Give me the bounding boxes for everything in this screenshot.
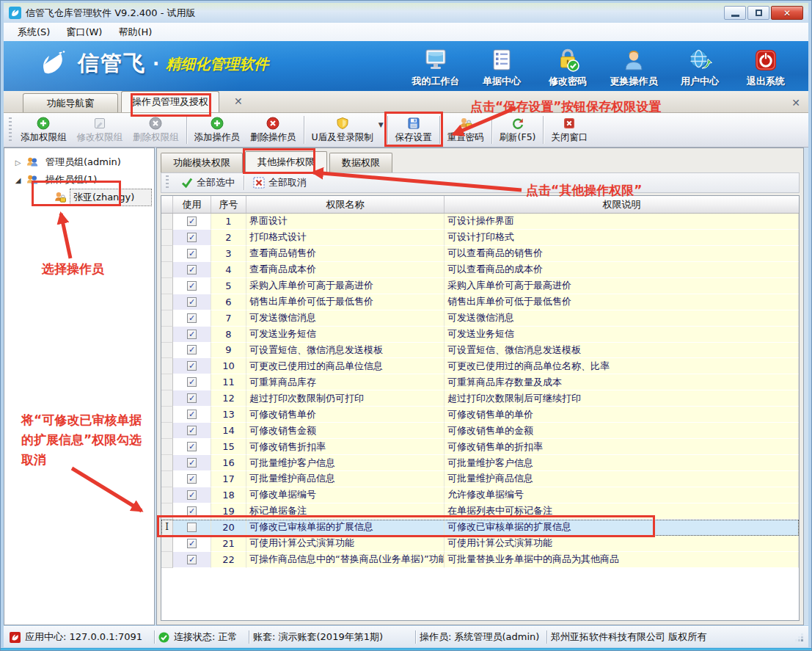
permission-checkbox[interactable] bbox=[187, 474, 197, 484]
header-serial[interactable]: 序号 bbox=[211, 196, 246, 213]
serial-cell: 18 bbox=[211, 487, 246, 503]
banner-action-label: 更换操作员 bbox=[610, 75, 658, 88]
status-operator: 操作员: 系统管理员(admin) bbox=[420, 630, 543, 644]
permission-checkbox[interactable] bbox=[187, 555, 197, 564]
table-row[interactable]: I20可修改已审核单据的扩展信息可修改已审核单据的扩展信息 bbox=[161, 520, 799, 536]
dropdown-arrow-icon[interactable]: ▼ bbox=[378, 121, 384, 128]
toolbar-button-save[interactable]: 保存设置 bbox=[390, 114, 437, 145]
table-row[interactable]: 12超过打印次数限制仍可打印超过打印次数限制后可继续打印 bbox=[161, 390, 799, 407]
permission-checkbox[interactable] bbox=[187, 345, 197, 354]
minimize-button[interactable] bbox=[724, 6, 746, 20]
header-permission-desc[interactable]: 权限说明 bbox=[445, 196, 799, 213]
selection-toolbar-grip[interactable] bbox=[166, 175, 169, 190]
permission-checkbox[interactable] bbox=[187, 393, 197, 403]
permission-checkbox[interactable] bbox=[187, 233, 197, 242]
permission-checkbox[interactable] bbox=[187, 458, 197, 468]
toolbar-grip[interactable] bbox=[9, 117, 12, 142]
toolbar-button-close-window[interactable]: 关闭窗口 bbox=[546, 114, 593, 145]
toolbar-button-add[interactable]: 添加权限组 bbox=[15, 114, 72, 145]
menu-help[interactable]: 帮助(H) bbox=[110, 23, 160, 41]
permission-checkbox[interactable] bbox=[187, 330, 197, 339]
permission-checkbox[interactable] bbox=[187, 249, 197, 258]
menu-system[interactable]: 系统(S) bbox=[10, 23, 58, 41]
table-row[interactable]: 22可操作商品信息中的“替换商品(业务单据)”功能可批量替换业务单据中的商品为其… bbox=[161, 552, 799, 568]
permission-checkbox[interactable] bbox=[187, 217, 197, 226]
permission-tab-2[interactable]: 数据权限 bbox=[329, 153, 392, 172]
workbench-button[interactable]: 我的工作台 bbox=[405, 46, 467, 88]
tree-item[interactable]: ▷管理员组(admin) bbox=[4, 153, 154, 171]
table-row[interactable]: 8可发送业务短信可发送业务短信 bbox=[161, 327, 799, 343]
header-use[interactable]: 使用 bbox=[173, 196, 211, 213]
header-permission-name[interactable]: 权限名称 bbox=[246, 196, 445, 213]
permission-tab-0[interactable]: 功能模块权限 bbox=[161, 153, 243, 172]
table-row[interactable]: 19标记单据备注在单据列表中可标记备注 bbox=[161, 503, 799, 520]
toolbar-button-reset-password[interactable]: 重置密码 bbox=[442, 114, 489, 145]
tab-operator-management[interactable]: 操作员管理及授权 bbox=[121, 91, 219, 112]
serial-cell: 22 bbox=[211, 552, 246, 568]
serial-cell: 3 bbox=[211, 246, 246, 262]
maximize-button[interactable] bbox=[747, 6, 769, 20]
table-row[interactable]: 11可重算商品库存可重算商品库存数量及成本 bbox=[161, 374, 799, 390]
select-all-button[interactable]: 全部选中 bbox=[178, 175, 238, 191]
brand-logo-icon bbox=[36, 49, 71, 79]
table-row[interactable]: 13可修改销售单价可修改销售单的单价 bbox=[161, 407, 799, 423]
table-row[interactable]: 14可修改销售金额可修改销售单的金额 bbox=[161, 423, 799, 439]
tree-item[interactable]: 张亚(zhangy) bbox=[4, 189, 154, 206]
table-row[interactable]: 5采购入库单价可高于最高进价采购入库单价可高于最高进价 bbox=[161, 278, 799, 294]
toolbar-button-refresh[interactable]: 刷新(F5) bbox=[494, 114, 541, 145]
app-banner: 信管飞 · 精细化管理软件 我的工作台单据中心修改密码更换操作员用户中心退出系统 bbox=[4, 41, 808, 91]
table-row[interactable]: 1界面设计可设计操作界面 bbox=[161, 214, 799, 230]
table-row[interactable]: 10可更改已使用过的商品单位信息可更改已使用过的商品单位名称、比率 bbox=[161, 358, 799, 374]
table-row[interactable]: 18可修改单据编号允许修改单据编号 bbox=[161, 487, 799, 503]
permission-checkbox[interactable] bbox=[187, 313, 197, 323]
table-row[interactable]: 17可批量维护商品信息可批量维护商品信息 bbox=[161, 471, 799, 487]
table-row[interactable]: 7可发送微信消息可发送微信消息 bbox=[161, 310, 799, 327]
tab-close-icon[interactable]: ✕ bbox=[231, 95, 246, 108]
cancel-all-button[interactable]: 全部取消 bbox=[249, 175, 310, 191]
collapse-icon[interactable]: ◢ bbox=[13, 176, 23, 184]
table-row[interactable]: 3查看商品销售价可以查看商品的销售价 bbox=[161, 246, 799, 262]
permission-checkbox[interactable] bbox=[187, 410, 197, 419]
table-row[interactable]: 16可批量维护客户信息可批量维护客户信息 bbox=[161, 455, 799, 471]
permission-checkbox[interactable] bbox=[187, 442, 197, 451]
toolbar-button-shield[interactable]: U盾及登录限制 bbox=[307, 114, 378, 145]
toolbar-button-delete[interactable]: 删除操作员 bbox=[245, 114, 301, 145]
menu-window[interactable]: 窗口(W) bbox=[58, 23, 110, 41]
permission-checkbox[interactable] bbox=[187, 539, 197, 548]
switch-operator-button[interactable]: 更换操作员 bbox=[603, 46, 665, 88]
table-row[interactable]: 2打印格式设计可设计打印格式 bbox=[161, 230, 799, 246]
table-row[interactable]: 15可修改销售折扣率可修改销售单的折扣率 bbox=[161, 439, 799, 455]
table-row[interactable]: 9可设置短信、微信消息发送模板可设置短信、微信消息发送模板 bbox=[161, 343, 799, 359]
close-button[interactable]: ✕ bbox=[771, 6, 803, 20]
use-cell bbox=[173, 343, 211, 359]
permission-checkbox[interactable] bbox=[187, 426, 197, 435]
toolbar-button-add[interactable]: 添加操作员 bbox=[189, 114, 246, 145]
permission-checkbox[interactable] bbox=[187, 281, 197, 291]
permission-checkbox[interactable] bbox=[187, 297, 197, 307]
table-row[interactable]: 21可使用计算公式演算功能可使用计算公式演算功能 bbox=[161, 536, 799, 552]
user-center-button[interactable]: 用户中心 bbox=[669, 46, 731, 88]
menu-bar: 系统(S) 窗口(W) 帮助(H) bbox=[4, 23, 808, 41]
permission-desc-cell: 可以查看商品的成本价 bbox=[445, 262, 799, 278]
permission-checkbox[interactable] bbox=[187, 361, 197, 371]
permission-checkbox[interactable] bbox=[187, 523, 197, 532]
table-row[interactable]: 4查看商品成本价可以查看商品的成本价 bbox=[161, 262, 799, 278]
expand-icon[interactable]: ▷ bbox=[13, 159, 23, 167]
permission-desc-cell: 可设置短信、微信消息发送模板 bbox=[445, 343, 799, 359]
permission-tab-1[interactable]: 其他操作权限 bbox=[245, 151, 327, 172]
panel-close-icon[interactable]: ✕ bbox=[789, 96, 803, 109]
use-cell bbox=[173, 294, 211, 310]
change-password-button[interactable]: 修改密码 bbox=[537, 46, 599, 88]
resize-grip[interactable] bbox=[794, 633, 804, 642]
account-text: 账套: 演示账套(2019年第1期) bbox=[253, 630, 383, 644]
permission-checkbox[interactable] bbox=[187, 490, 197, 500]
permission-checkbox[interactable] bbox=[187, 265, 197, 274]
tab-function-navigator[interactable]: 功能导航窗 bbox=[23, 93, 118, 112]
tree-item[interactable]: ◢操作员组(1) bbox=[4, 171, 154, 189]
permission-checkbox[interactable] bbox=[187, 377, 197, 387]
exit-system-button[interactable]: 退出系统 bbox=[735, 46, 797, 88]
table-row[interactable]: 6销售出库单价可低于最低售价销售出库单价可低于最低售价 bbox=[161, 294, 799, 310]
permission-checkbox[interactable] bbox=[187, 506, 197, 516]
title-bar: 信管飞仓库管理软件 V9.2.400 - 试用版 ✕ bbox=[4, 3, 808, 23]
document-center-button[interactable]: 单据中心 bbox=[471, 46, 533, 88]
